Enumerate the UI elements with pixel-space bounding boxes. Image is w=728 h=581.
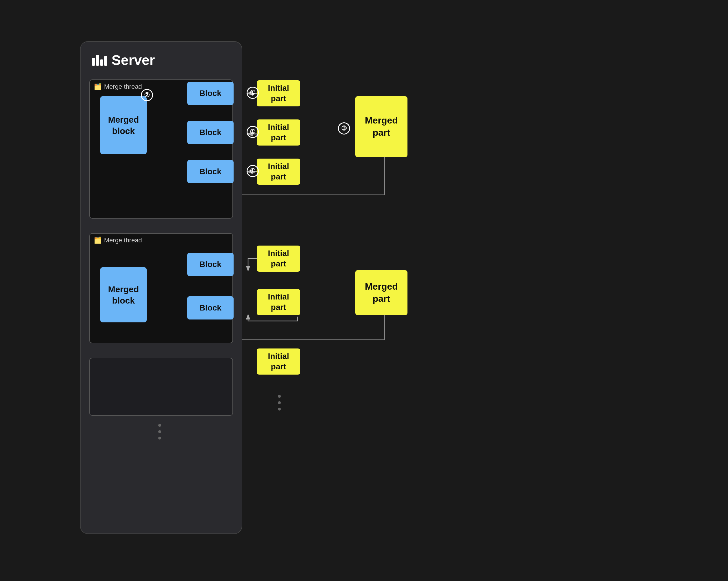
- thread-section-3: [89, 358, 233, 416]
- step-3: ③: [338, 122, 350, 134]
- logo-bar-1: [92, 58, 95, 66]
- step-2: ②: [141, 89, 153, 101]
- step-1c: ①: [246, 165, 259, 177]
- step-1b: ①: [246, 126, 259, 138]
- server-title-text: Server: [111, 52, 155, 68]
- initial-part-1: Initialpart: [257, 80, 300, 106]
- initial-dots: [278, 395, 281, 410]
- step-1a: ①: [246, 87, 259, 99]
- thread-label-2: 🗂️ Merge thread: [90, 234, 232, 247]
- server-title: Server: [81, 42, 242, 74]
- merged-part-1: Mergedpart: [355, 96, 408, 157]
- logo-bar-3: [100, 59, 103, 66]
- dot-3: [158, 437, 161, 439]
- block-4: Block: [187, 253, 234, 276]
- diagram-container: Server 🗂️ Merge thread 🗂️ Merge thread M…: [45, 30, 683, 551]
- block-1: Block: [187, 82, 234, 105]
- thread-icon-2: 🗂️: [94, 236, 102, 244]
- dot-6: [278, 408, 281, 410]
- initial-part-4: Initialpart: [257, 246, 300, 272]
- dot-4: [278, 395, 281, 398]
- block-3: Block: [187, 160, 234, 183]
- initial-part-3: Initialpart: [257, 158, 300, 185]
- block-5: Block: [187, 296, 234, 320]
- dot-2: [158, 430, 161, 433]
- initial-part-6: Initialpart: [257, 349, 300, 375]
- merged-block-2: Mergedblock: [100, 267, 147, 322]
- server-dots: [158, 424, 161, 439]
- merged-part-2: Mergedpart: [355, 270, 408, 315]
- server-logo: [92, 55, 107, 66]
- thread-icon-1: 🗂️: [94, 83, 102, 91]
- block-2: Block: [187, 121, 234, 144]
- logo-bar-4: [104, 56, 107, 66]
- initial-part-5: Initialpart: [257, 289, 300, 315]
- logo-bar-2: [96, 55, 99, 66]
- merged-block-1: Mergedblock: [100, 96, 147, 154]
- dot-5: [278, 401, 281, 404]
- dot-1: [158, 424, 161, 427]
- initial-part-2: Initialpart: [257, 120, 300, 146]
